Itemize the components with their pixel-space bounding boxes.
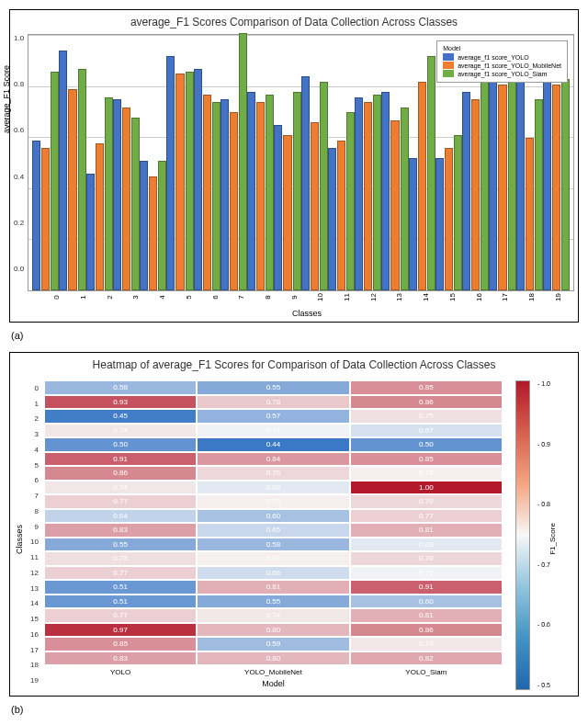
heatmap-cell: 0.65 — [197, 523, 349, 538]
bar — [86, 174, 95, 290]
heatmap-cell: 0.74 — [350, 637, 503, 651]
heatmap-cell: 0.91 — [44, 452, 197, 467]
y-tick: 0.8 — [14, 80, 24, 88]
bar — [454, 135, 462, 290]
bar — [131, 118, 140, 290]
heatmap-cell: 0.60 — [197, 509, 349, 524]
bar — [390, 120, 399, 290]
bar — [381, 92, 390, 290]
bar — [194, 69, 202, 290]
bar — [230, 112, 238, 290]
bar — [462, 92, 470, 290]
heatmap-cell: 0.85 — [350, 452, 503, 467]
heatmap-cell: 0.75 — [350, 409, 503, 424]
heatmap-grid: 0.580.550.850.930.780.860.450.570.750.74… — [44, 380, 503, 665]
heatmap-y-tick: 0 — [30, 380, 40, 396]
x-tick: 11 — [334, 293, 360, 301]
bar-group — [113, 35, 140, 290]
caption-b: (b) — [11, 704, 579, 715]
heatmap-cell: 0.83 — [44, 651, 197, 666]
heatmap-cell: 0.91 — [350, 580, 503, 595]
heatmap-y-tick: 18 — [30, 658, 40, 674]
bar — [498, 85, 506, 290]
legend-label: average_f1 score_YOLO — [458, 54, 528, 61]
bar — [256, 102, 265, 290]
y-tick: 1.0 — [14, 34, 24, 42]
bar-group — [274, 35, 300, 290]
heatmap-cell: 0.85 — [44, 637, 197, 651]
colorbar-tick: - 0.8 — [537, 501, 550, 507]
heatmap-y-tick: 19 — [30, 673, 40, 688]
heatmap-cell: 0.64 — [44, 509, 197, 524]
bar — [105, 97, 113, 291]
heatmap-x-ticks: YOLOYOLO_MobileNetYOLO_Siam — [44, 668, 503, 676]
bar — [51, 72, 59, 290]
heatmap-y-tick: 12 — [30, 565, 40, 581]
heatmap-cell: 0.50 — [350, 437, 503, 452]
bar — [401, 108, 409, 290]
heatmap-y-tick: 3 — [30, 426, 40, 442]
x-tick: 15 — [439, 293, 466, 301]
bar — [32, 141, 40, 290]
y-tick: 0.6 — [14, 126, 24, 134]
heatmap-cell: 0.75 — [44, 551, 197, 566]
bar — [212, 102, 220, 290]
heatmap-cell: 0.58 — [44, 380, 197, 395]
y-tick: 0.0 — [14, 265, 24, 273]
bar — [543, 76, 551, 290]
heatmap-cell: 0.80 — [197, 623, 349, 638]
heatmap-cell: 0.76 — [350, 551, 503, 566]
heatmap-cell: 0.85 — [350, 380, 503, 395]
heatmap-y-tick: 13 — [30, 581, 40, 596]
heatmap-y-tick: 11 — [30, 549, 40, 565]
bar — [373, 95, 381, 290]
heatmap-cell: 0.60 — [350, 595, 503, 609]
heatmap-cell: 0.55 — [44, 538, 197, 552]
heatmap-container: Heatmap of average_F1 Scores for Compari… — [9, 352, 579, 697]
bar — [283, 135, 291, 290]
x-tick: 14 — [413, 293, 439, 301]
bar — [122, 108, 130, 290]
heatmap-cell: 0.74 — [197, 608, 349, 623]
bar-group — [409, 35, 435, 290]
legend-swatch-icon — [443, 70, 454, 77]
bar-group — [194, 35, 220, 290]
colorbar: - 1.0- 0.9- 0.8- 0.7- 0.6- 0.5 F1_Score — [515, 380, 528, 688]
x-tick: 19 — [544, 293, 571, 301]
heatmap-y-tick: 10 — [30, 535, 40, 550]
x-tick: 5 — [175, 293, 202, 301]
heatmap-cell: 0.69 — [350, 538, 503, 552]
heatmap-y-tick: 6 — [30, 473, 40, 489]
legend-item-mobilenet: average_f1 score_YOLO_MobileNet — [443, 62, 561, 69]
bar — [435, 158, 444, 290]
bar — [113, 99, 121, 290]
bar-group — [166, 35, 193, 290]
bar — [427, 56, 435, 290]
bar — [445, 148, 453, 290]
bar — [247, 92, 255, 290]
heatmap-cell: 0.73 — [197, 551, 349, 566]
heatmap-cell: 0.55 — [197, 595, 349, 609]
heatmap-cell: 0.55 — [197, 380, 349, 395]
bar — [175, 74, 184, 290]
colorbar-tick: - 1.0 — [537, 380, 550, 387]
bar — [166, 56, 175, 290]
colorbar-tick: - 0.9 — [537, 441, 550, 447]
heatmap-cell: 0.80 — [197, 651, 349, 666]
legend-swatch-icon — [443, 53, 454, 61]
heatmap-cell: 0.69 — [197, 481, 349, 495]
heatmap-cell: 0.77 — [350, 509, 503, 524]
bar — [409, 158, 417, 290]
heatmap-cell: 0.76 — [350, 494, 503, 509]
x-tick: 16 — [465, 293, 492, 301]
heatmap-cell: 0.45 — [44, 409, 197, 424]
heatmap-cell: 0.77 — [44, 566, 197, 581]
heatmap-cell: 0.74 — [44, 424, 197, 438]
bar — [140, 161, 148, 290]
heatmap: Classes 012345678910111213141516171819 0… — [14, 377, 574, 692]
heatmap-cell: 0.51 — [44, 595, 197, 609]
bar-chart: average_F1 Score 1.00.80.60.40.20.0 Mode… — [14, 34, 574, 291]
heatmap-x-axis-label: Model — [44, 679, 503, 688]
heatmap-cell: 1.00 — [350, 481, 503, 495]
legend-item-siam: average_f1 score_YOLO_Siam — [443, 70, 561, 77]
